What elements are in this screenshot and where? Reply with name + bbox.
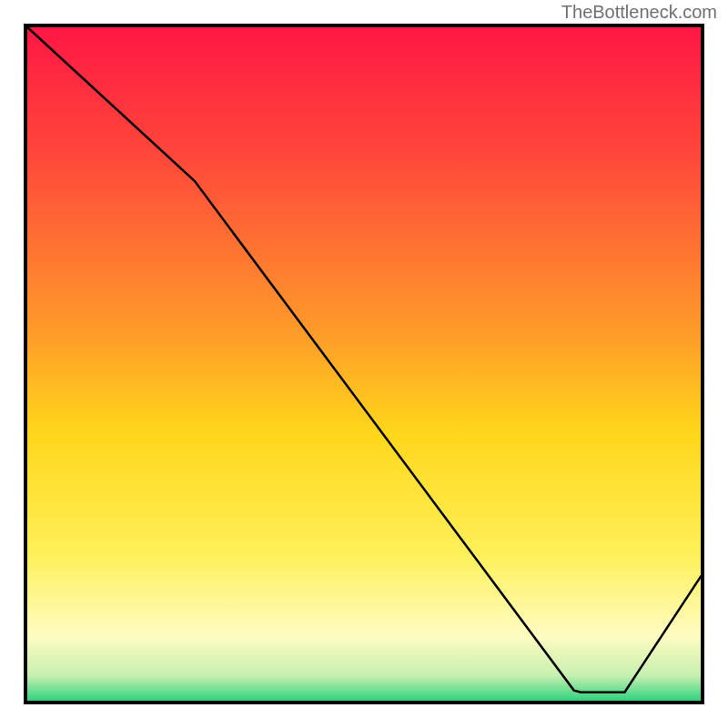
plot-background — [25, 25, 703, 703]
chart-container: TheBottleneck.com — [0, 0, 728, 728]
watermark: TheBottleneck.com — [561, 2, 717, 23]
bottleneck-chart — [0, 0, 728, 728]
